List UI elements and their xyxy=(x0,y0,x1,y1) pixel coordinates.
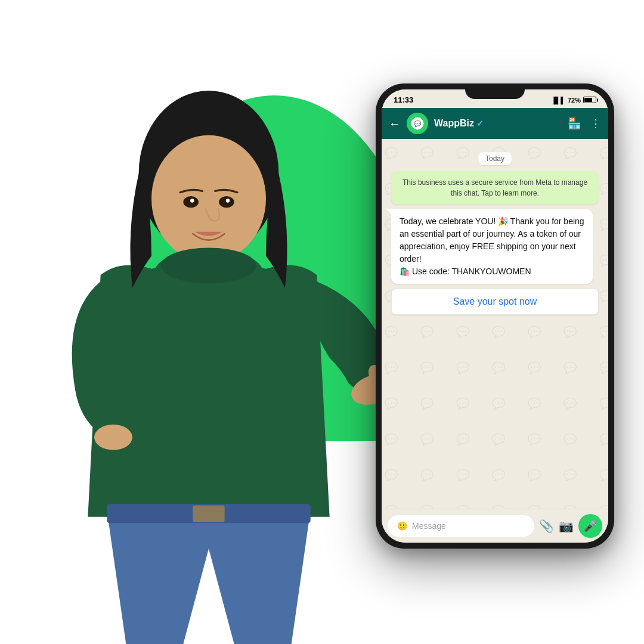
header-action-icons: 🏪 ⋮ xyxy=(568,117,601,130)
phone-device: 11:33 ▐▌▌ 72% ← xyxy=(376,83,614,549)
chat-bg-pattern xyxy=(382,139,608,509)
chat-area: Today This business uses a secure servic… xyxy=(382,139,608,509)
phone-outer-shell: 11:33 ▐▌▌ 72% ← xyxy=(376,83,614,549)
back-button[interactable]: ← xyxy=(389,117,401,131)
whatsapp-header: ← 💬 WappBiz ✓ xyxy=(382,108,608,139)
signal-icon: ▐▌▌ xyxy=(552,97,565,104)
svg-point-1 xyxy=(151,135,266,262)
svg-point-13 xyxy=(226,199,230,202)
input-bar: 🙂 Message 📎 📷 🎤 xyxy=(382,509,608,543)
mic-button[interactable]: 🎤 xyxy=(578,514,602,538)
more-options-icon[interactable]: ⋮ xyxy=(590,117,601,130)
status-time: 11:33 xyxy=(394,95,413,104)
svg-text:💬: 💬 xyxy=(414,120,422,128)
emoji-icon[interactable]: 🙂 xyxy=(397,521,407,531)
attachment-icon[interactable]: 📎 xyxy=(539,519,554,533)
verified-badge: ✓ xyxy=(476,119,484,128)
battery-icon xyxy=(583,97,596,103)
store-icon[interactable]: 🏪 xyxy=(568,117,581,130)
person-illustration xyxy=(18,72,400,644)
person-container xyxy=(18,72,400,644)
message-input-field[interactable]: 🙂 Message xyxy=(388,515,534,537)
phone-screen: 11:33 ▐▌▌ 72% ← xyxy=(382,89,608,543)
svg-point-5 xyxy=(94,425,132,450)
message-bubble: Today, we celebrate YOU! 🎉 Thank you for… xyxy=(391,209,593,284)
message-text: Today, we celebrate YOU! 🎉 Thank you for… xyxy=(400,216,584,276)
svg-point-4 xyxy=(161,247,256,283)
contact-info: WappBiz ✓ xyxy=(434,118,562,129)
camera-icon[interactable]: 📷 xyxy=(559,519,574,533)
svg-point-12 xyxy=(190,199,194,202)
battery-percent: 72% xyxy=(568,97,581,104)
contact-avatar: 💬 xyxy=(407,113,428,134)
contact-name: WappBiz ✓ xyxy=(434,118,562,129)
svg-rect-9 xyxy=(193,505,224,522)
status-icons: ▐▌▌ 72% xyxy=(552,97,596,104)
message-placeholder: Message xyxy=(412,521,525,531)
phone-notch xyxy=(465,83,525,99)
